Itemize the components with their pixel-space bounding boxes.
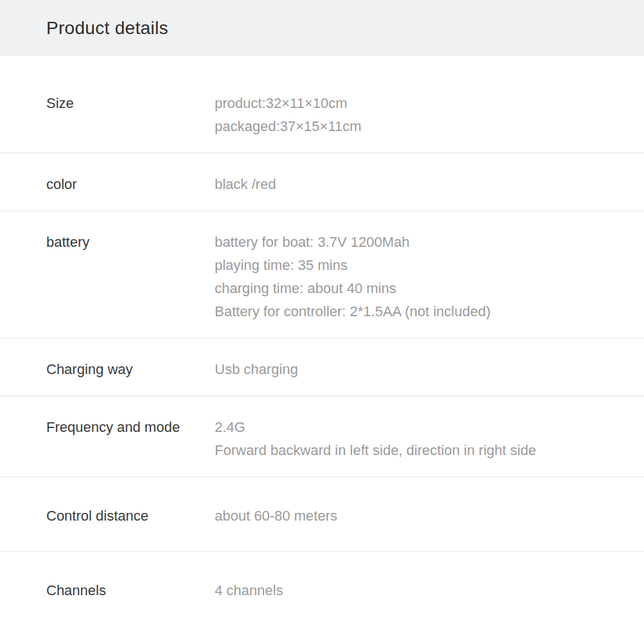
spec-values: black /red [215, 173, 618, 196]
spec-values: 2.4GForward backward in left side, direc… [215, 416, 618, 462]
spec-value-line: Usb charging [215, 358, 618, 381]
spec-row: Size product:32×11×10cmpackaged:37×15×11… [0, 73, 644, 154]
spec-label: Channels [46, 579, 215, 602]
spec-values: about 60-80 meters [215, 505, 618, 528]
spec-value-line: 2.4G [215, 416, 618, 439]
spec-row: battery battery for boat: 3.7V 1200Mahpl… [0, 211, 644, 339]
spec-label: battery [46, 231, 215, 254]
page-title: Product details [46, 18, 168, 39]
spec-value-line: about 60-80 meters [215, 505, 618, 528]
spec-value-line: battery for boat: 3.7V 1200Mah [215, 231, 618, 254]
spec-value-line: Battery for controller: 2*1.5AA (not inc… [215, 300, 618, 323]
spec-label: Frequency and mode [46, 416, 215, 439]
spec-row: color black /red [0, 154, 644, 211]
spec-value-line: Forward backward in left side, direction… [215, 439, 618, 462]
spec-value-line: black /red [215, 173, 618, 196]
spec-value-line: product:32×11×10cm [215, 92, 618, 115]
spec-label: Charging way [46, 358, 215, 381]
spec-label: Control distance [46, 505, 215, 528]
spec-label: color [46, 173, 215, 196]
spec-row: Frequency and mode 2.4GForward backward … [0, 397, 644, 478]
page-header: Product details [0, 0, 644, 56]
spec-value-line: packaged:37×15×11cm [215, 115, 618, 138]
spec-value-line: charging time: about 40 mins [215, 277, 618, 300]
spec-values: Usb charging [215, 358, 618, 381]
spec-values: 4 channels [215, 579, 618, 602]
spec-values: product:32×11×10cmpackaged:37×15×11cm [215, 92, 618, 138]
spec-row: Control distance about 60-80 meters [0, 478, 644, 552]
spec-value-line: 4 channels [215, 579, 618, 602]
spec-label: Size [46, 92, 215, 115]
spec-values: battery for boat: 3.7V 1200Mahplaying ti… [215, 231, 618, 323]
spec-row: Charging way Usb charging [0, 339, 644, 397]
spec-value-line: playing time: 35 mins [215, 254, 618, 277]
product-details-page: Product details Size product:32×11×10cmp… [0, 0, 644, 644]
spec-table: Size product:32×11×10cmpackaged:37×15×11… [0, 56, 644, 616]
spec-row: Channels 4 channels [0, 552, 644, 616]
